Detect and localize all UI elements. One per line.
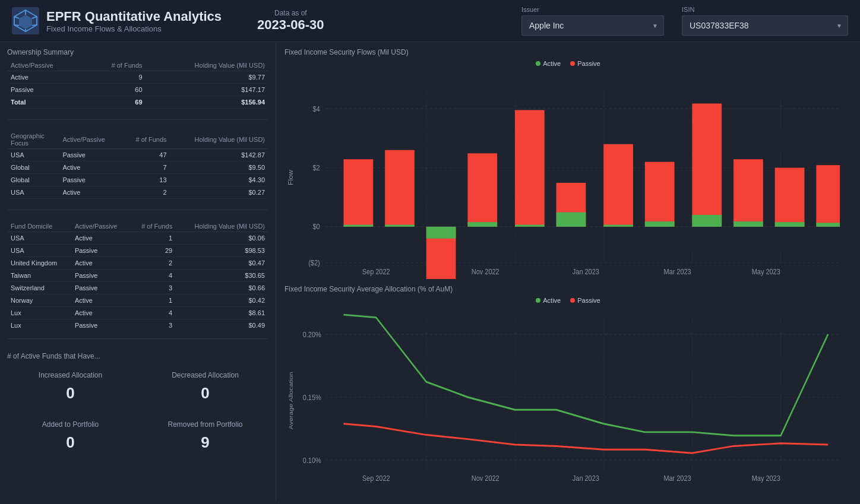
geo-type: Active (59, 161, 122, 174)
domicile-col-name: Fund Domicile (7, 221, 71, 232)
isin-label: ISIN (682, 6, 848, 13)
issuer-dropdown-wrapper[interactable]: Apple Inc (521, 15, 664, 36)
flows-chart-title: Fixed Income Security Flows (Mil USD) (284, 48, 852, 56)
svg-text:($2): ($2) (308, 259, 320, 267)
issuer-label: Issuer (521, 6, 664, 13)
bar-may23-passive (692, 103, 722, 226)
geo-table-row: USA Passive 47 $142.87 (7, 149, 268, 161)
data-as-of-value: 2023-06-30 (257, 17, 324, 33)
ownership-value: $156.94 (146, 96, 268, 109)
svg-text:0.10%: 0.10% (303, 456, 321, 465)
domicile-table-row: Switzerland Passive 3 $0.66 (7, 282, 268, 294)
domicile-funds: 4 (131, 270, 176, 282)
geo-value: $9.50 (170, 161, 268, 174)
ownership-table-row: Passive 60 $147.17 (7, 84, 268, 96)
svg-text:Jan 2023: Jan 2023 (573, 474, 599, 483)
added-portfolio-label: Added to Portfolio (12, 420, 129, 429)
ownership-funds: 69 (86, 96, 146, 109)
increased-allocation-value: 0 (12, 384, 129, 402)
flows-chart-section: Fixed Income Security Flows (Mil USD) Ac… (284, 48, 852, 279)
data-as-of-group: Data as of 2023-06-30 (257, 9, 324, 33)
domicile-funds: 1 (131, 294, 176, 307)
ownership-col-funds: # of Funds (86, 60, 146, 71)
ownership-table-row: Active 9 $9.77 (7, 71, 268, 84)
domicile-funds: 2 (131, 257, 176, 270)
domicile-table-row: Lux Active 4 $8.61 (7, 307, 268, 319)
domicile-table-row: Lux Passive 3 $0.49 (7, 319, 268, 328)
ownership-type: Active (7, 71, 86, 84)
ownership-summary-title: Ownership Summary (7, 48, 268, 56)
allocation-chart-svg: 0.20% 0.15% 0.10% Average Allocation (284, 306, 852, 495)
svg-text:Nov 2022: Nov 2022 (472, 268, 499, 276)
geo-value: $142.87 (170, 149, 268, 161)
increased-allocation-label: Increased Allocation (12, 371, 129, 379)
domicile-funds: 4 (131, 307, 176, 319)
ownership-funds: 9 (86, 71, 146, 84)
flows-chart-svg: $4 $2 $0 ($2) Flow (284, 69, 852, 279)
domicile-value: $8.61 (176, 307, 268, 319)
svg-text:Mar 2023: Mar 2023 (663, 268, 691, 276)
svg-text:0.15%: 0.15% (303, 393, 321, 402)
domicile-type: Passive (71, 270, 131, 282)
right-panel: Fixed Income Security Flows (Mil USD) Ac… (276, 42, 860, 501)
bar-jan23-active (515, 225, 545, 227)
ownership-type: Passive (7, 84, 86, 96)
geo-funds: 7 (122, 161, 170, 174)
geo-table-row: Global Active 7 $9.50 (7, 161, 268, 174)
domicile-type: Passive (71, 319, 131, 328)
geo-col-value: Holding Value (Mil USD) (170, 131, 268, 149)
flows-legend-passive: Passive (570, 60, 600, 67)
alloc-passive-label: Passive (577, 297, 600, 304)
bar-sep22-active-pos (343, 225, 373, 227)
removed-portfolio-label: Removed from Portfolio (147, 420, 264, 429)
active-funds-title: # of Active Funds that Have... (7, 352, 268, 360)
alloc-active-dot (536, 298, 540, 303)
geo-col-funds: # of Funds (122, 131, 170, 149)
ownership-funds: 60 (86, 84, 146, 96)
geo-table-row: USA Active 2 $0.27 (7, 186, 268, 199)
flows-active-dot (536, 61, 540, 66)
left-panel: Ownership Summary Active/Passive # of Fu… (0, 42, 276, 501)
ownership-table-row: Total 69 $156.94 (7, 96, 268, 109)
allocation-legend-active: Active (536, 297, 561, 304)
domicile-type: Passive (71, 282, 131, 294)
geo-value: $0.27 (170, 186, 268, 199)
app-logo-icon (12, 7, 39, 34)
ownership-type: Total (7, 96, 86, 109)
fund-domicile-section: Fund Domicile Active/Passive # of Funds … (7, 221, 268, 328)
svg-text:Sep 2022: Sep 2022 (362, 268, 390, 276)
geo-focus: USA (7, 149, 59, 161)
geographic-table: GeographicFocus Active/Passive # of Fund… (7, 131, 268, 199)
domicile-name: United Kingdom (7, 257, 71, 270)
geo-focus: Global (7, 174, 59, 186)
fund-domicile-scroll[interactable]: Fund Domicile Active/Passive # of Funds … (7, 221, 268, 328)
isin-select[interactable]: US037833EF38 (682, 15, 848, 36)
bar-jan23-passive (515, 110, 545, 226)
svg-line-7 (14, 25, 19, 26)
bar-dec22-passive (467, 153, 497, 227)
app-subtitle: Fixed Income Flows & Allocations (46, 24, 222, 33)
bar-extra2-passive (816, 165, 840, 227)
metrics-grid: Increased Allocation 0 Decreased Allocat… (7, 366, 268, 457)
svg-text:$2: $2 (313, 164, 320, 172)
issuer-select[interactable]: Apple Inc (521, 15, 664, 36)
geo-value: $4.30 (170, 174, 268, 186)
alloc-passive-dot (570, 298, 575, 303)
domicile-value: $0.49 (176, 319, 268, 328)
allocation-legend-passive: Passive (570, 297, 600, 304)
added-portfolio-card: Added to Portfolio 0 (7, 416, 134, 457)
geo-focus: Global (7, 161, 59, 174)
svg-text:Flow: Flow (287, 170, 293, 185)
ownership-col-type: Active/Passive (7, 60, 86, 71)
bar-mar23-passive (603, 144, 633, 227)
bar-apr23-passive (645, 162, 675, 227)
bar-nov22-active (426, 227, 456, 239)
geo-col-focus: GeographicFocus (7, 131, 59, 149)
decreased-allocation-label: Decreased Allocation (147, 371, 264, 379)
bar-apr23-active (645, 221, 675, 227)
geo-type: Active (59, 186, 122, 199)
bar-extra2-active (816, 223, 840, 227)
isin-dropdown-wrapper[interactable]: US037833EF38 (682, 15, 848, 36)
allocation-chart-legend: Active Passive (284, 297, 852, 304)
removed-portfolio-value: 9 (147, 433, 264, 452)
